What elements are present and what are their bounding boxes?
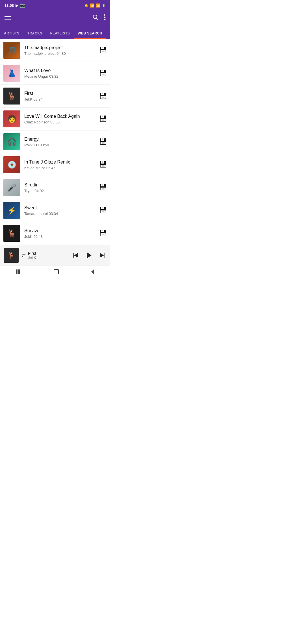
track-meta: Tamara Laurel 03:34 <box>24 212 97 216</box>
svg-marker-52 <box>87 252 91 258</box>
svg-rect-9 <box>102 51 104 52</box>
svg-rect-44 <box>102 211 104 212</box>
track-art-2: 🦌 <box>3 88 20 105</box>
svg-rect-24 <box>102 119 104 121</box>
nav-menu-button[interactable] <box>13 266 25 279</box>
track-meta: Pokki DJ 03:50 <box>24 143 97 147</box>
svg-rect-56 <box>18 269 19 274</box>
svg-rect-57 <box>19 269 20 274</box>
next-button[interactable] <box>98 251 106 259</box>
track-art-6: 🎤 <box>3 179 20 196</box>
track-item[interactable]: 🧑Love Will Come Back AgainChaz Robinson … <box>0 108 110 130</box>
track-item[interactable]: 🎵The.madpix.projectThe.madpix.project 04… <box>0 39 110 62</box>
nav-back-button[interactable] <box>88 266 97 279</box>
svg-rect-29 <box>102 142 104 144</box>
floppy-disk-icon <box>99 69 107 77</box>
track-art-0: 🎵 <box>3 42 20 59</box>
track-item[interactable]: 🎤Struttin'Tryad 04:02 <box>0 176 110 199</box>
save-button[interactable] <box>99 138 107 146</box>
now-playing-controls <box>72 251 106 260</box>
menu-button[interactable] <box>5 16 11 20</box>
track-title: Energy <box>24 136 97 142</box>
floppy-disk-icon <box>99 206 107 214</box>
save-button[interactable] <box>99 161 107 169</box>
play-icon <box>85 251 93 260</box>
track-title: In Tune J Glaze Remix <box>24 159 97 165</box>
svg-rect-55 <box>16 269 17 274</box>
tab-artists[interactable]: ARTISTS <box>0 28 23 39</box>
save-button[interactable] <box>99 46 107 55</box>
search-button[interactable] <box>92 14 99 22</box>
svg-rect-42 <box>102 207 103 208</box>
svg-rect-7 <box>102 47 103 48</box>
svg-rect-27 <box>102 138 103 140</box>
status-app-icon: 📷 <box>20 3 25 8</box>
status-time: 13:08 <box>5 3 14 8</box>
svg-rect-49 <box>102 234 104 235</box>
track-item[interactable]: ⚡SweetTamara Laurel 03:34 <box>0 199 110 222</box>
nav-home-icon <box>53 269 59 275</box>
svg-marker-50 <box>73 253 74 258</box>
track-info: SweetTamara Laurel 03:34 <box>24 205 97 216</box>
svg-point-3 <box>104 17 106 18</box>
save-button[interactable] <box>99 115 107 123</box>
shuffle-icon[interactable]: ⇌ <box>21 252 26 258</box>
track-art-symbol: 💿 <box>3 156 20 173</box>
status-play-icon: ▶ <box>16 3 18 8</box>
track-item[interactable]: 👗What Is LoveMelanie Ungar 03:32 <box>0 62 110 85</box>
track-item[interactable]: 💿In Tune J Glaze RemixKellee Maize 05:46 <box>0 153 110 176</box>
svg-rect-58 <box>54 269 58 274</box>
tab-playlists[interactable]: PLAYLISTS <box>46 28 74 39</box>
svg-rect-22 <box>102 116 103 117</box>
svg-rect-12 <box>102 70 103 71</box>
now-playing-title: First <box>28 251 72 256</box>
next-icon <box>98 251 106 259</box>
svg-rect-39 <box>102 188 104 190</box>
status-left: 13:08 ▶ 📷 <box>5 3 25 8</box>
track-item[interactable]: 🎧EnergyPokki DJ 03:50 <box>0 130 110 153</box>
track-meta: JekK 03:24 <box>24 97 97 101</box>
prev-button[interactable] <box>72 251 80 259</box>
save-button[interactable] <box>99 229 107 238</box>
more-options-button[interactable] <box>104 14 106 22</box>
status-bar: 13:08 ▶ 📷 🔔 📶 📶 🔋 <box>0 0 110 10</box>
tab-tracks[interactable]: TRACKS <box>23 28 46 39</box>
track-info: SurviveJekK 02:43 <box>24 228 97 239</box>
track-info: In Tune J Glaze RemixKellee Maize 05:46 <box>24 159 97 170</box>
signal-icon: 📶 <box>96 3 100 8</box>
track-meta: The.madpix.project 04:30 <box>24 51 97 56</box>
svg-point-0 <box>93 15 97 19</box>
svg-line-1 <box>97 18 98 20</box>
floppy-disk-icon <box>99 229 107 237</box>
save-button[interactable] <box>99 69 107 77</box>
save-button[interactable] <box>99 92 107 100</box>
svg-rect-14 <box>102 74 104 75</box>
svg-marker-59 <box>91 269 94 274</box>
track-art-1: 👗 <box>3 65 20 82</box>
save-button[interactable] <box>99 206 107 215</box>
more-icon <box>104 14 106 20</box>
track-info: EnergyPokki DJ 03:50 <box>24 136 97 147</box>
track-title: Struttin' <box>24 182 97 188</box>
tab-websearch[interactable]: WEB SEARCH <box>74 28 106 39</box>
track-info: What Is LoveMelanie Ungar 03:32 <box>24 68 97 79</box>
track-art-symbol: 🎵 <box>3 42 20 59</box>
nav-home-button[interactable] <box>50 266 62 279</box>
track-art-symbol: ⚡ <box>3 202 20 219</box>
tabs: ARTISTS TRACKS PLAYLISTS WEB SEARCH <box>0 26 110 39</box>
track-art-symbol: 🧑 <box>3 110 20 127</box>
track-item[interactable]: 🦌FirstJekK 03:24 <box>0 85 110 108</box>
floppy-disk-icon <box>99 138 107 145</box>
track-art-5: 💿 <box>3 156 20 173</box>
floppy-disk-icon <box>99 161 107 168</box>
floppy-disk-icon <box>99 46 107 54</box>
track-art-7: ⚡ <box>3 202 20 219</box>
track-item[interactable]: 🦌SurviveJekK 02:43 <box>0 222 110 245</box>
floppy-disk-icon <box>99 115 107 122</box>
svg-rect-17 <box>102 93 103 94</box>
nav-back-icon <box>91 269 95 275</box>
track-art-symbol: 🎧 <box>3 133 20 150</box>
play-button[interactable] <box>85 251 93 260</box>
track-meta: Chaz Robinson 03:56 <box>24 120 97 124</box>
save-button[interactable] <box>99 184 107 192</box>
